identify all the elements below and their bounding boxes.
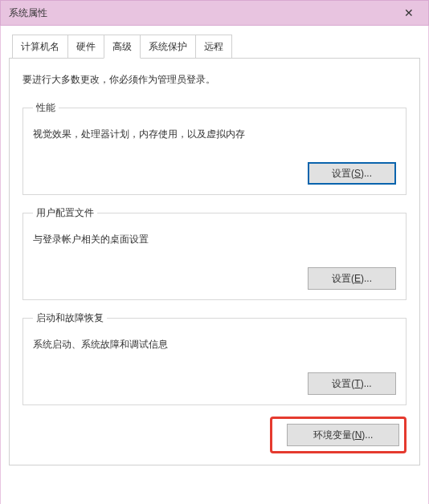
tab-strip: 计算机名 硬件 高级 系统保护 远程: [12, 34, 420, 58]
intro-text: 要进行大多数更改，你必须作为管理员登录。: [22, 73, 407, 87]
tab-hardware[interactable]: 硬件: [67, 35, 104, 58]
user-profiles-group: 用户配置文件 与登录帐户相关的桌面设置 设置(E)...: [22, 206, 407, 300]
advanced-panel: 要进行大多数更改，你必须作为管理员登录。 性能 视觉效果，处理器计划，内存使用，…: [9, 58, 420, 465]
performance-desc: 视觉效果，处理器计划，内存使用，以及虚拟内存: [33, 128, 396, 141]
tab-system-protection[interactable]: 系统保护: [140, 35, 196, 58]
performance-settings-button[interactable]: 设置(S)...: [308, 162, 396, 185]
performance-legend: 性能: [33, 101, 59, 115]
user-profiles-legend: 用户配置文件: [33, 206, 97, 220]
tab-remote[interactable]: 远程: [195, 35, 232, 58]
user-profiles-button-row: 设置(E)...: [33, 267, 396, 290]
window-title: 系统属性: [9, 6, 391, 20]
tab-advanced[interactable]: 高级: [104, 35, 141, 59]
env-vars-highlight: 环境变量(N)...: [270, 417, 407, 453]
close-icon: ✕: [404, 6, 414, 19]
startup-recovery-desc: 系统启动、系统故障和调试信息: [33, 338, 396, 352]
tab-computer-name[interactable]: 计算机名: [12, 35, 68, 58]
user-profiles-settings-button[interactable]: 设置(E)...: [308, 267, 396, 290]
titlebar: 系统属性 ✕: [0, 0, 429, 26]
startup-recovery-settings-button[interactable]: 设置(T)...: [308, 372, 396, 395]
startup-recovery-group: 启动和故障恢复 系统启动、系统故障和调试信息 设置(T)...: [22, 311, 407, 405]
performance-button-row: 设置(S)...: [33, 162, 396, 185]
user-profiles-desc: 与登录帐户相关的桌面设置: [33, 233, 396, 246]
startup-recovery-legend: 启动和故障恢复: [33, 311, 107, 325]
dialog-content: 计算机名 硬件 高级 系统保护 远程 要进行大多数更改，你必须作为管理员登录。 …: [0, 26, 429, 504]
startup-recovery-button-row: 设置(T)...: [33, 372, 396, 395]
close-button[interactable]: ✕: [391, 2, 427, 24]
performance-group: 性能 视觉效果，处理器计划，内存使用，以及虚拟内存 设置(S)...: [22, 101, 407, 195]
environment-variables-button[interactable]: 环境变量(N)...: [287, 424, 399, 446]
